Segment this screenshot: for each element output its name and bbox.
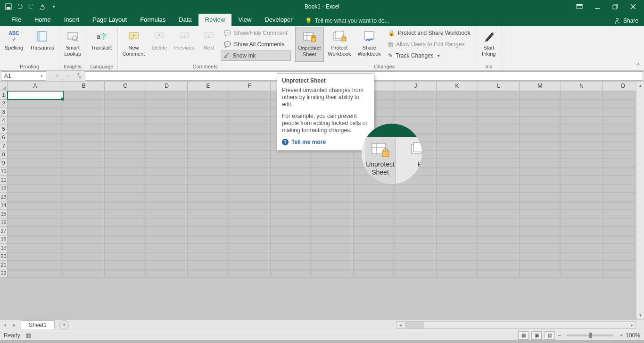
cell[interactable] xyxy=(229,134,271,142)
cell[interactable] xyxy=(105,193,146,201)
cell[interactable] xyxy=(188,176,229,184)
cell[interactable] xyxy=(520,252,561,261)
cell[interactable] xyxy=(395,117,437,125)
scroll-down-icon[interactable]: ▾ xyxy=(636,311,644,319)
cell[interactable] xyxy=(63,227,105,235)
cell[interactable] xyxy=(105,184,146,193)
column-header[interactable]: B xyxy=(63,82,105,91)
cell[interactable] xyxy=(146,193,188,201)
cell[interactable] xyxy=(146,235,188,244)
cell[interactable] xyxy=(229,201,271,210)
cell[interactable] xyxy=(561,167,603,176)
cell[interactable] xyxy=(188,100,229,108)
cell[interactable] xyxy=(229,235,271,244)
cell[interactable] xyxy=(561,184,603,193)
cell[interactable] xyxy=(437,210,478,218)
cell[interactable] xyxy=(354,227,395,235)
cell[interactable] xyxy=(63,201,105,210)
cell[interactable] xyxy=(561,235,603,244)
cell[interactable] xyxy=(105,125,146,134)
cell[interactable] xyxy=(229,151,271,159)
cell[interactable] xyxy=(8,269,63,278)
cell[interactable] xyxy=(8,218,63,227)
column-header[interactable]: D xyxy=(146,82,188,91)
cell[interactable] xyxy=(395,108,437,117)
cell[interactable] xyxy=(105,210,146,218)
cell[interactable] xyxy=(229,108,271,117)
cell[interactable] xyxy=(354,252,395,261)
cell[interactable] xyxy=(188,201,229,210)
cell[interactable] xyxy=(561,218,603,227)
share-button[interactable]: Share xyxy=(623,17,638,24)
cell[interactable] xyxy=(188,235,229,244)
cell[interactable] xyxy=(8,167,63,176)
cell[interactable] xyxy=(437,108,478,117)
undo-icon[interactable] xyxy=(16,3,24,10)
cell[interactable] xyxy=(312,167,354,176)
cell[interactable] xyxy=(8,244,63,252)
close-icon[interactable] xyxy=(630,3,636,10)
cell[interactable] xyxy=(478,91,520,100)
cell[interactable] xyxy=(188,210,229,218)
column-header[interactable]: L xyxy=(478,82,520,91)
zoom-in-button[interactable]: + xyxy=(619,332,623,339)
tell-me-search[interactable]: 💡 Tell me what you want to do... xyxy=(305,17,389,26)
cell[interactable] xyxy=(437,193,478,201)
row-header[interactable]: 4 xyxy=(0,117,8,125)
cell[interactable] xyxy=(8,210,63,218)
cell[interactable] xyxy=(437,142,478,151)
cell[interactable] xyxy=(188,218,229,227)
macro-record-icon[interactable]: ▦ xyxy=(26,332,31,339)
translate-button[interactable]: a字 Translate xyxy=(88,27,115,62)
row-header[interactable]: 16 xyxy=(0,218,8,227)
cell[interactable] xyxy=(8,201,63,210)
page-layout-view-button[interactable]: ▣ xyxy=(531,331,542,340)
ribbon-options-icon[interactable] xyxy=(576,3,583,10)
cell[interactable] xyxy=(520,159,561,167)
cell[interactable] xyxy=(63,167,105,176)
cell[interactable] xyxy=(437,244,478,252)
cell[interactable] xyxy=(312,227,354,235)
show-all-comments-button[interactable]: 💬Show All Comments xyxy=(221,39,290,50)
cell[interactable] xyxy=(312,176,354,184)
row-header[interactable]: 9 xyxy=(0,159,8,167)
cell[interactable] xyxy=(146,91,188,100)
track-changes-button[interactable]: ✎Track Changes▾ xyxy=(385,50,474,61)
row-header[interactable]: 6 xyxy=(0,134,8,142)
zoom-out-button[interactable]: − xyxy=(558,332,561,339)
cell[interactable] xyxy=(520,100,561,108)
restore-icon[interactable] xyxy=(612,3,619,10)
zoom-percent[interactable]: 100% xyxy=(626,332,640,339)
cell[interactable] xyxy=(520,125,561,134)
cell[interactable] xyxy=(437,117,478,125)
cell[interactable] xyxy=(229,252,271,261)
cell[interactable] xyxy=(229,184,271,193)
cell[interactable] xyxy=(478,125,520,134)
add-sheet-button[interactable]: + xyxy=(59,320,69,330)
cell[interactable] xyxy=(437,151,478,159)
column-header[interactable]: F xyxy=(229,82,271,91)
collapse-ribbon-icon[interactable]: ㅅ xyxy=(636,60,641,68)
cell[interactable] xyxy=(188,134,229,142)
cell[interactable] xyxy=(146,269,188,278)
cell[interactable] xyxy=(520,91,561,100)
normal-view-button[interactable]: ▦ xyxy=(518,331,528,340)
row-header[interactable]: 2 xyxy=(0,100,8,108)
cell[interactable] xyxy=(520,218,561,227)
cell[interactable] xyxy=(520,134,561,142)
sheet-nav-prev[interactable]: ◂ xyxy=(0,322,9,327)
tab-file[interactable]: File xyxy=(5,14,28,26)
cell[interactable] xyxy=(188,252,229,261)
cell[interactable] xyxy=(312,210,354,218)
smart-lookup-button[interactable]: Smart Lookup xyxy=(61,27,84,62)
scroll-left-icon[interactable]: ◂ xyxy=(396,323,404,327)
cell[interactable] xyxy=(354,201,395,210)
cell[interactable] xyxy=(146,125,188,134)
row-header[interactable]: 10 xyxy=(0,167,8,176)
cell[interactable] xyxy=(8,184,63,193)
cell[interactable] xyxy=(312,151,354,159)
cell[interactable] xyxy=(229,176,271,184)
cell[interactable] xyxy=(146,227,188,235)
cell[interactable] xyxy=(520,227,561,235)
cell[interactable] xyxy=(437,252,478,261)
